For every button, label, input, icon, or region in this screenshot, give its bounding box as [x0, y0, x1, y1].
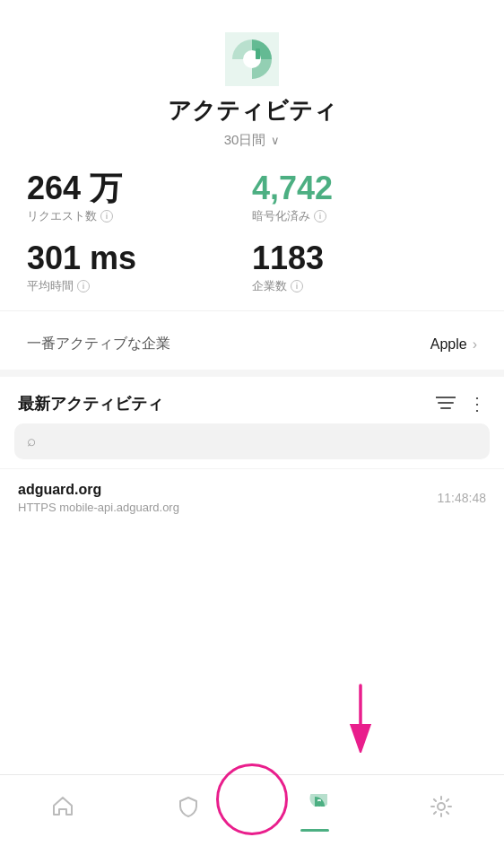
stat-companies: 1183 企業数 i: [252, 242, 477, 294]
avgtime-info-icon[interactable]: i: [77, 280, 90, 292]
bottom-nav: [0, 774, 504, 846]
nav-active-indicator: [300, 829, 329, 832]
stat-encrypted-label: 暗号化済み i: [252, 208, 477, 224]
encrypted-info-icon[interactable]: i: [314, 210, 326, 222]
period-selector[interactable]: 30日間 ∨: [224, 132, 281, 149]
section-divider: [0, 370, 504, 377]
activity-url: HTTPS mobile-api.adguard.org: [18, 501, 179, 514]
filter-icon[interactable]: [436, 394, 456, 414]
svg-rect-9: [317, 801, 321, 807]
stat-avgtime-label: 平均時間 i: [27, 278, 252, 294]
activity-time: 11:48:48: [438, 491, 487, 505]
divider-1: [0, 310, 504, 311]
stat-companies-label: 企業数 i: [252, 278, 477, 294]
nav-item-shield[interactable]: [177, 795, 200, 818]
svg-point-10: [438, 803, 445, 810]
nav-item-home[interactable]: [51, 795, 74, 818]
companies-info-icon[interactable]: i: [291, 280, 303, 292]
search-bar: ⌕: [14, 423, 490, 459]
chevron-right-icon: ›: [473, 336, 477, 353]
period-label: 30日間: [224, 132, 266, 149]
stat-requests-label: リクエスト数 i: [27, 208, 252, 224]
shield-icon: [177, 795, 200, 818]
recent-activity-title: 最新アクティビティ: [18, 393, 163, 414]
active-company-row[interactable]: 一番アクティブな企業 Apple ›: [0, 318, 504, 370]
stat-requests: 264 万 リクエスト数 i: [27, 172, 252, 224]
stat-encrypted: 4,742 暗号化済み i: [252, 172, 477, 224]
page-title: アクティビティ: [168, 95, 337, 126]
app-icon: [225, 32, 279, 86]
recent-activity-actions: ⋮: [436, 393, 486, 414]
activity-domain: adguard.org: [18, 482, 179, 498]
stat-avgtime: 301 ms 平均時間 i: [27, 242, 252, 294]
activity-item[interactable]: adguard.org HTTPS mobile-api.adguard.org…: [0, 468, 504, 527]
nav-item-activity[interactable]: [302, 794, 327, 819]
activity-chart-icon: [302, 794, 327, 819]
search-icon: ⌕: [27, 432, 36, 450]
stat-encrypted-value: 4,742: [252, 172, 477, 205]
active-company-name: Apple: [430, 336, 467, 353]
more-icon[interactable]: ⋮: [468, 393, 486, 414]
requests-info-icon[interactable]: i: [100, 210, 113, 222]
stats-grid: 264 万 リクエスト数 i 4,742 暗号化済み i 301 ms 平均時間…: [0, 163, 504, 303]
circle-highlight: [216, 763, 288, 835]
stat-requests-value: 264 万: [27, 172, 252, 205]
activity-item-left: adguard.org HTTPS mobile-api.adguard.org: [18, 482, 179, 514]
arrow-overlay: [334, 681, 387, 756]
active-company-value: Apple ›: [430, 336, 477, 353]
home-icon: [51, 795, 74, 818]
recent-activity-header: 最新アクティビティ ⋮: [0, 377, 504, 423]
chevron-down-icon: ∨: [271, 134, 280, 147]
top-section: アクティビティ 30日間 ∨: [0, 0, 504, 163]
stat-companies-value: 1183: [252, 242, 477, 275]
nav-item-settings[interactable]: [430, 795, 453, 818]
search-input[interactable]: [43, 433, 477, 449]
svg-rect-3: [256, 52, 260, 59]
active-company-label: 一番アクティブな企業: [27, 335, 170, 353]
stat-avgtime-value: 301 ms: [27, 242, 252, 275]
gear-icon: [430, 795, 453, 818]
